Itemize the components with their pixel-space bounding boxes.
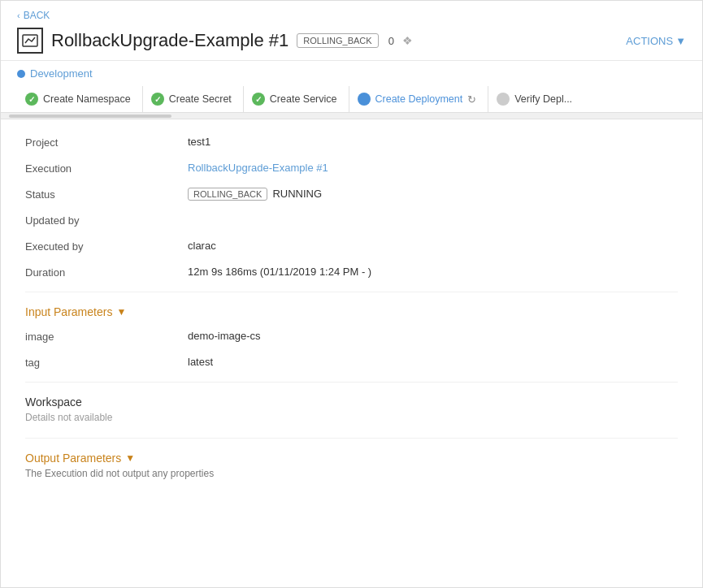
status-label: Status xyxy=(25,188,188,201)
back-link[interactable]: ‹ BACK xyxy=(17,10,50,21)
env-label: Development xyxy=(17,67,686,80)
status-inline-badge: ROLLING_BACK xyxy=(188,188,267,201)
status-row: Status ROLLING_BACKRUNNING xyxy=(25,188,678,201)
detail-section: Project test1 Execution RollbackUpgrade-… xyxy=(1,119,702,510)
output-params-heading[interactable]: Output Parameters ▼ xyxy=(25,452,678,465)
tag-value: latest xyxy=(188,356,213,368)
input-params-heading[interactable]: Input Parameters ▼ xyxy=(25,305,678,318)
executed-by-value: clarac xyxy=(188,240,216,252)
step-label: Create Deployment xyxy=(375,93,463,105)
image-value: demo-image-cs xyxy=(188,330,261,342)
executed-by-label: Executed by xyxy=(25,240,188,253)
back-arrow-icon: ‹ xyxy=(17,11,20,20)
step-active-icon xyxy=(358,93,371,106)
output-params-subtext: The Execution did not output any propert… xyxy=(25,468,678,479)
execution-label: Execution xyxy=(25,162,188,175)
top-bar: ‹ BACK RollbackUpgrade-Example #1 ROLLIN… xyxy=(1,1,702,61)
input-params-label: Input Parameters xyxy=(25,305,112,318)
back-label: BACK xyxy=(24,10,50,21)
divider-3 xyxy=(25,438,678,439)
executed-by-row: Executed by clarac xyxy=(25,240,678,253)
actions-label: ACTIONS xyxy=(626,35,673,47)
step-label: Create Namespace xyxy=(43,93,131,105)
image-row: image demo-image-cs xyxy=(25,330,678,343)
env-dot xyxy=(17,70,25,78)
step-done-icon xyxy=(151,93,164,106)
reload-icon: ↻ xyxy=(467,93,476,106)
scroll-thumb xyxy=(9,115,171,118)
project-row: Project test1 xyxy=(25,136,678,149)
tag-label: tag xyxy=(25,356,188,369)
workspace-heading: Workspace xyxy=(25,396,678,409)
scroll-bar-area xyxy=(1,113,702,119)
actions-chevron-icon: ▼ xyxy=(675,35,686,47)
title-row: RollbackUpgrade-Example #1 ROLLING_BACK … xyxy=(17,28,686,54)
step-label: Verify Depl... xyxy=(514,93,572,105)
duration-value: 12m 9s 186ms (01/11/2019 1:24 PM - ) xyxy=(188,266,371,278)
step-create-deployment[interactable]: Create Deployment ↻ xyxy=(349,86,489,112)
steps-row: Create Namespace Create Secret Create Se… xyxy=(17,86,686,112)
chevron-down-icon: ▼ xyxy=(116,306,126,318)
step-create-secret[interactable]: Create Secret xyxy=(143,86,244,112)
updated-by-row: Updated by xyxy=(25,214,678,227)
chevron-down-icon-2: ▼ xyxy=(125,452,135,464)
step-verify-deployment[interactable]: Verify Depl... xyxy=(488,86,584,112)
step-label: Create Secret xyxy=(169,93,232,105)
tag-row: tag latest xyxy=(25,356,678,369)
pipeline-icon xyxy=(17,28,43,54)
workspace-subtext: Details not available xyxy=(25,412,678,423)
duration-row: Duration 12m 9s 186ms (01/11/2019 1:24 P… xyxy=(25,266,678,279)
divider-1 xyxy=(25,292,678,292)
step-create-service[interactable]: Create Service xyxy=(244,86,349,112)
tag-icon: ❖ xyxy=(402,34,413,47)
output-params-label: Output Parameters xyxy=(25,452,121,465)
status-running-text: RUNNING xyxy=(272,188,322,200)
updated-by-label: Updated by xyxy=(25,214,188,227)
step-label: Create Service xyxy=(270,93,337,105)
env-bar: Development Create Namespace Create Secr… xyxy=(1,61,702,113)
step-create-namespace[interactable]: Create Namespace xyxy=(17,86,143,112)
execution-value[interactable]: RollbackUpgrade-Example #1 xyxy=(188,162,328,174)
status-badge: ROLLING_BACK xyxy=(297,33,378,48)
step-done-icon xyxy=(252,93,265,106)
env-name: Development xyxy=(30,67,93,80)
page-title: RollbackUpgrade-Example #1 xyxy=(51,30,289,51)
step-done-icon xyxy=(25,93,38,106)
actions-button[interactable]: ACTIONS ▼ xyxy=(626,35,686,47)
execution-row: Execution RollbackUpgrade-Example #1 xyxy=(25,162,678,175)
project-value: test1 xyxy=(188,136,210,148)
divider-2 xyxy=(25,382,678,383)
image-label: image xyxy=(25,330,188,343)
count-badge: 0 xyxy=(388,35,394,47)
step-pending-icon xyxy=(497,93,510,106)
status-value: ROLLING_BACKRUNNING xyxy=(188,188,322,201)
duration-label: Duration xyxy=(25,266,188,279)
project-label: Project xyxy=(25,136,188,149)
